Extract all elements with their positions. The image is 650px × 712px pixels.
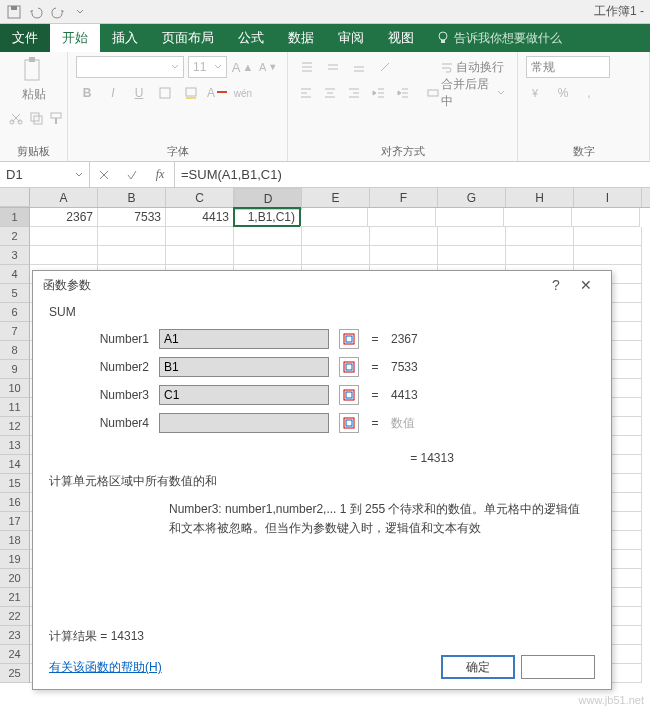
range-selector-icon[interactable]	[339, 329, 359, 349]
col-header-A[interactable]: A	[30, 188, 98, 207]
row-header-4[interactable]: 4	[0, 265, 30, 284]
copy-icon[interactable]	[28, 107, 44, 129]
cell-G3[interactable]	[438, 246, 506, 265]
row-header-14[interactable]: 14	[0, 455, 30, 474]
wrap-text-button[interactable]: 自动换行	[435, 56, 509, 78]
number-format-select[interactable]: 常规	[526, 56, 610, 78]
border-icon[interactable]	[154, 82, 176, 104]
cell-A2[interactable]	[30, 227, 98, 246]
align-top-icon[interactable]	[296, 56, 318, 78]
save-icon[interactable]	[6, 4, 22, 20]
col-header-C[interactable]: C	[166, 188, 234, 207]
row-header-10[interactable]: 10	[0, 379, 30, 398]
range-selector-icon[interactable]	[339, 385, 359, 405]
select-all-corner[interactable]	[0, 188, 30, 207]
cell-D1[interactable]: 1,B1,C1)	[233, 207, 301, 227]
cancel-icon[interactable]	[90, 162, 118, 187]
tab-home[interactable]: 开始	[50, 24, 100, 52]
function-help-link[interactable]: 有关该函数的帮助(H)	[49, 659, 162, 676]
cell-C2[interactable]	[166, 227, 234, 246]
decrease-font-icon[interactable]: A▼	[257, 56, 279, 78]
cell-E1[interactable]	[300, 208, 368, 227]
increase-font-icon[interactable]: A▲	[231, 56, 253, 78]
arg-input-2[interactable]	[159, 357, 329, 377]
cell-H3[interactable]	[506, 246, 574, 265]
redo-icon[interactable]	[50, 4, 66, 20]
range-selector-icon[interactable]	[339, 413, 359, 433]
cell-D2[interactable]	[234, 227, 302, 246]
tab-file[interactable]: 文件	[0, 24, 50, 52]
qat-dropdown-icon[interactable]	[72, 4, 88, 20]
comma-icon[interactable]: ,	[578, 82, 600, 104]
row-header-11[interactable]: 11	[0, 398, 30, 417]
tell-me[interactable]: 告诉我你想要做什么	[426, 24, 562, 52]
fill-color-icon[interactable]	[180, 82, 202, 104]
cell-G2[interactable]	[438, 227, 506, 246]
font-name-select[interactable]	[76, 56, 184, 78]
cell-B2[interactable]	[98, 227, 166, 246]
ok-button[interactable]: 确定	[441, 655, 515, 679]
arg-input-4[interactable]	[159, 413, 329, 433]
row-header-7[interactable]: 7	[0, 322, 30, 341]
tab-insert[interactable]: 插入	[100, 24, 150, 52]
tab-layout[interactable]: 页面布局	[150, 24, 226, 52]
cell-C3[interactable]	[166, 246, 234, 265]
merge-center-button[interactable]: 合并后居中	[421, 82, 509, 104]
cell-F1[interactable]	[368, 208, 436, 227]
row-header-15[interactable]: 15	[0, 474, 30, 493]
row-header-9[interactable]: 9	[0, 360, 30, 379]
cell-C1[interactable]: 4413	[166, 208, 234, 227]
col-header-H[interactable]: H	[506, 188, 574, 207]
paste-button[interactable]: 粘贴	[21, 56, 47, 103]
row-header-12[interactable]: 12	[0, 417, 30, 436]
percent-icon[interactable]: %	[552, 82, 574, 104]
formula-input[interactable]: =SUM(A1,B1,C1)	[175, 162, 650, 187]
format-painter-icon[interactable]	[48, 107, 64, 129]
cell-D3[interactable]	[234, 246, 302, 265]
align-right-icon[interactable]	[344, 82, 364, 104]
name-box[interactable]: D1	[0, 162, 90, 187]
row-header-25[interactable]: 25	[0, 664, 30, 683]
tab-formula[interactable]: 公式	[226, 24, 276, 52]
undo-icon[interactable]	[28, 4, 44, 20]
tab-data[interactable]: 数据	[276, 24, 326, 52]
range-selector-icon[interactable]	[339, 357, 359, 377]
fx-icon[interactable]: fx	[146, 162, 174, 187]
currency-icon[interactable]: ¥	[526, 82, 548, 104]
italic-button[interactable]: I	[102, 82, 124, 104]
row-header-17[interactable]: 17	[0, 512, 30, 531]
cut-icon[interactable]	[8, 107, 24, 129]
row-header-6[interactable]: 6	[0, 303, 30, 322]
row-header-21[interactable]: 21	[0, 588, 30, 607]
cell-I2[interactable]	[574, 227, 642, 246]
row-header-3[interactable]: 3	[0, 246, 30, 265]
cell-A3[interactable]	[30, 246, 98, 265]
cell-F2[interactable]	[370, 227, 438, 246]
cell-B3[interactable]	[98, 246, 166, 265]
cell-E2[interactable]	[302, 227, 370, 246]
col-header-B[interactable]: B	[98, 188, 166, 207]
row-header-8[interactable]: 8	[0, 341, 30, 360]
row-header-5[interactable]: 5	[0, 284, 30, 303]
cell-B1[interactable]: 7533	[98, 208, 166, 227]
cell-F3[interactable]	[370, 246, 438, 265]
orientation-icon[interactable]	[374, 56, 396, 78]
cell-E3[interactable]	[302, 246, 370, 265]
row-header-2[interactable]: 2	[0, 227, 30, 246]
cell-A1[interactable]: 2367	[30, 208, 98, 227]
close-icon[interactable]: ✕	[571, 277, 601, 293]
cell-G1[interactable]	[436, 208, 504, 227]
font-color-icon[interactable]: A	[206, 82, 228, 104]
cell-H2[interactable]	[506, 227, 574, 246]
secondary-button[interactable]	[521, 655, 595, 679]
phonetic-icon[interactable]: wén	[232, 82, 254, 104]
align-mid-icon[interactable]	[322, 56, 344, 78]
row-header-20[interactable]: 20	[0, 569, 30, 588]
col-header-E[interactable]: E	[302, 188, 370, 207]
col-header-F[interactable]: F	[370, 188, 438, 207]
underline-button[interactable]: U	[128, 82, 150, 104]
tab-view[interactable]: 视图	[376, 24, 426, 52]
row-header-19[interactable]: 19	[0, 550, 30, 569]
dialog-titlebar[interactable]: 函数参数 ? ✕	[33, 271, 611, 299]
indent-dec-icon[interactable]	[369, 82, 389, 104]
